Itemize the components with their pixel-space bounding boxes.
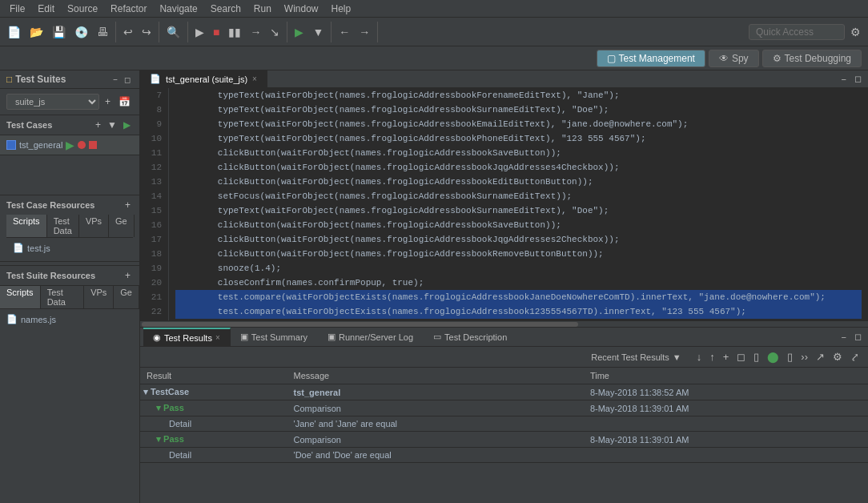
menu-window[interactable]: Window <box>278 2 325 16</box>
menu-navigate[interactable]: Navigate <box>153 2 203 16</box>
results-icons: ↓ ↑ + ◻ ▯ ⬤ ▯ ›› ↗ ⚙ ⤤ <box>694 350 862 364</box>
fail-filter-btn[interactable]: ▯ <box>785 350 795 364</box>
editor-tab-main[interactable]: 📄 tst_general (suite_js) × <box>140 70 267 87</box>
table-row[interactable]: ▾ TestCase tst_general 8-May-2018 11:38:… <box>140 384 868 400</box>
run-icon[interactable]: ▶ <box>66 139 74 151</box>
bottom-panel: ◉ Test Results × ▣ Test Summary ▣ Runner… <box>140 327 868 503</box>
test-management-tab[interactable]: ▢ Test Management <box>597 50 705 67</box>
tab-test-results[interactable]: ◉ Test Results × <box>143 328 231 346</box>
new-btn[interactable]: 📄 <box>3 22 25 42</box>
menu-source[interactable]: Source <box>61 2 104 16</box>
bottom-minimize-btn[interactable]: − <box>838 330 850 344</box>
tab-vps[interactable]: VPs <box>79 215 109 237</box>
col-message: Message <box>287 368 584 384</box>
editor-minimize-btn[interactable]: − <box>838 72 850 86</box>
table-row[interactable]: Detail 'Doe' and 'Doe' are equal <box>140 448 868 463</box>
menu-refactor[interactable]: Refactor <box>104 2 153 16</box>
stop-btn[interactable]: ■ <box>209 22 223 42</box>
tab-runner-log[interactable]: ▣ Runner/Server Log <box>318 328 424 345</box>
add-suite-btn[interactable]: + <box>102 95 113 108</box>
copy-result-btn[interactable]: ▯ <box>751 350 762 364</box>
cell-message: 'Doe' and 'Doe' are equal <box>287 448 584 463</box>
forward-btn[interactable]: → <box>355 22 374 42</box>
test-file-item[interactable]: 📄 test.js <box>13 241 127 255</box>
run-test-btn[interactable]: ▶ <box>121 119 133 131</box>
tab-test-description[interactable]: ▭ Test Description <box>424 328 517 345</box>
menu-search[interactable]: Search <box>204 2 247 16</box>
editor-maximize-btn[interactable]: ◻ <box>851 72 865 86</box>
maximize-panel-btn[interactable]: ◻ <box>122 74 133 85</box>
record-icon[interactable] <box>78 141 86 149</box>
open-btn[interactable]: 📂 <box>26 22 47 42</box>
recent-results-arrow: ▼ <box>673 352 681 362</box>
tab-scripts[interactable]: Scripts <box>6 215 47 237</box>
menu-run[interactable]: Run <box>247 2 278 16</box>
settings-btn[interactable]: ⚙ <box>846 22 865 42</box>
tab-ge[interactable]: Ge <box>109 215 135 237</box>
search-btn[interactable]: 🔍 <box>163 22 184 42</box>
run-btn[interactable]: ▶ <box>291 22 307 42</box>
step-into-btn[interactable]: ↘ <box>266 22 283 42</box>
print-btn[interactable]: 🖶 <box>93 22 112 42</box>
test-case-item[interactable]: tst_general ▶ <box>0 135 139 155</box>
table-row[interactable]: Detail 'Jane' and 'Jane' are equal <box>140 416 868 432</box>
quick-access-input[interactable] <box>749 24 845 40</box>
export-btn[interactable]: ↗ <box>814 350 827 364</box>
move-down-btn[interactable]: ↓ <box>694 350 705 364</box>
expand-btn[interactable]: ⤤ <box>848 350 862 364</box>
tab-test-summary[interactable]: ▣ Test Summary <box>231 328 318 345</box>
pause-btn[interactable]: ▮▮ <box>224 22 245 42</box>
tab-testdata[interactable]: Test Data <box>47 215 79 237</box>
table-row[interactable]: ▾ Pass Comparison 8-May-2018 11:39:01 AM <box>140 432 868 448</box>
menu-help[interactable]: Help <box>325 2 358 16</box>
move-up-btn[interactable]: ↑ <box>707 350 717 364</box>
stop-record-icon[interactable] <box>89 141 97 149</box>
test-summary-icon: ▣ <box>240 332 248 342</box>
add-resource-btn[interactable]: + <box>123 199 133 211</box>
pass-filter-btn[interactable]: ⬤ <box>765 350 782 364</box>
dropdown-test-btn[interactable]: ▼ <box>105 119 119 131</box>
horizontal-scrollbar[interactable] <box>140 320 868 327</box>
debug-btn[interactable]: ▶ <box>191 22 208 42</box>
add-test-btn[interactable]: + <box>93 119 103 131</box>
suite-tab-vps[interactable]: VPs <box>84 286 114 308</box>
suite-tab-scripts[interactable]: Scripts <box>0 286 41 308</box>
bottom-maximize-btn[interactable]: ◻ <box>851 330 865 344</box>
code-area: 78910111213141516171819202122232425 type… <box>140 88 868 320</box>
header-bar: ▢ Test Management 👁 Spy ⚙ Test Debugging <box>0 46 868 70</box>
run-dropdown-btn[interactable]: ▼ <box>308 22 328 42</box>
redo-btn[interactable]: ↪ <box>138 22 155 42</box>
test-case-checkbox[interactable] <box>6 140 16 150</box>
toolbar-group-nav: ← → <box>335 22 378 42</box>
calendar-btn[interactable]: 📅 <box>116 95 133 108</box>
cell-result: ▾ TestCase <box>140 384 287 400</box>
test-debugging-tab[interactable]: ⚙ Test Debugging <box>762 50 862 67</box>
recent-results-dropdown[interactable]: Recent Test Results ▼ <box>591 352 681 362</box>
editor-tab-close[interactable]: × <box>252 74 257 83</box>
suite-file-item[interactable]: 📄 names.js <box>6 312 133 326</box>
suite-tab-testdata[interactable]: Test Data <box>41 286 85 308</box>
add-suite-resource-btn[interactable]: + <box>123 269 133 282</box>
runner-log-label: Runner/Server Log <box>339 332 413 342</box>
step-over-btn[interactable]: → <box>246 22 265 42</box>
minimize-panel-btn[interactable]: − <box>111 74 120 85</box>
spy-tab[interactable]: 👁 Spy <box>709 50 759 67</box>
cell-message: Comparison <box>287 432 584 448</box>
test-results-close[interactable]: × <box>215 333 220 342</box>
clear-result-btn[interactable]: ◻ <box>734 350 748 364</box>
add-result-btn[interactable]: + <box>721 350 732 364</box>
menu-edit[interactable]: Edit <box>31 2 61 16</box>
menu-file[interactable]: File <box>3 2 31 16</box>
test-desc-label: Test Description <box>444 332 507 342</box>
save-all-btn[interactable]: 💿 <box>70 22 92 42</box>
settings-result-btn[interactable]: ⚙ <box>830 350 845 364</box>
save-btn[interactable]: 💾 <box>48 22 70 42</box>
more-btn[interactable]: ›› <box>798 350 810 364</box>
code-content[interactable]: typeText(waitForObject(names.froglogicAd… <box>169 88 868 320</box>
main-layout: □ Test Suites − ◻ suite_js + 📅 Test Case… <box>0 70 868 503</box>
suite-dropdown[interactable]: suite_js <box>6 94 99 110</box>
undo-btn[interactable]: ↩ <box>119 22 137 42</box>
suite-tab-ge[interactable]: Ge <box>114 286 139 308</box>
table-row[interactable]: ▾ Pass Comparison 8-May-2018 11:39:01 AM <box>140 400 868 416</box>
back-btn[interactable]: ← <box>335 22 354 42</box>
